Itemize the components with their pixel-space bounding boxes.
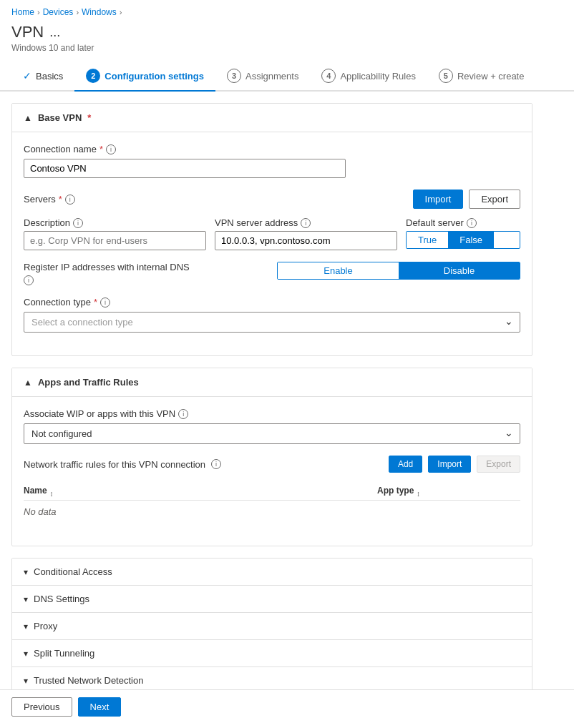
- default-server-true-button[interactable]: True: [407, 232, 448, 248]
- previous-button[interactable]: Previous: [11, 697, 72, 706]
- traffic-table-header: Name ↑↓ App type ↑↓: [24, 481, 520, 501]
- base-vpn-collapse-icon: ▲: [24, 113, 32, 123]
- apps-traffic-title: Apps and Traffic Rules: [38, 377, 139, 388]
- register-ip-label-group: Register IP addresses with internal DNS …: [24, 262, 190, 285]
- base-vpn-required: *: [87, 112, 91, 123]
- page-subtitle: Windows 10 and later: [11, 43, 563, 53]
- vpn-address-info-icon[interactable]: i: [301, 218, 311, 228]
- apps-traffic-header[interactable]: ▲ Apps and Traffic Rules: [12, 368, 532, 397]
- network-traffic-label: Network traffic rules for this VPN conne…: [24, 459, 205, 470]
- collapsed-sections: ▾ Conditional Access ▾ DNS Settings ▾ Pr…: [11, 558, 532, 694]
- base-vpn-title: Base VPN: [38, 112, 82, 123]
- apps-traffic-collapse-icon: ▲: [24, 378, 32, 388]
- default-server-col-label: Default server i: [406, 217, 520, 228]
- register-ip-enable-button[interactable]: Enable: [278, 262, 399, 279]
- tab-configuration[interactable]: 2 Configuration settings: [74, 62, 215, 92]
- default-server-info-icon[interactable]: i: [467, 218, 477, 228]
- base-vpn-body: Connection name * i Servers * i Import E…: [12, 132, 532, 355]
- servers-export-button[interactable]: Export: [469, 190, 520, 209]
- register-ip-toggle: Enable Disable: [277, 262, 520, 280]
- network-traffic-export-button: Export: [477, 456, 520, 473]
- proxy-section[interactable]: ▾ Proxy: [12, 613, 532, 640]
- vpn-address-col-label: VPN server address i: [215, 217, 397, 228]
- network-traffic-row: Network traffic rules for this VPN conne…: [24, 456, 520, 523]
- tab-basics-check: ✓: [23, 70, 31, 82]
- connection-type-select[interactable]: Select a connection type: [24, 312, 520, 333]
- tab-applicability[interactable]: 4 Applicability Rules: [310, 62, 427, 92]
- register-ip-info-icon[interactable]: i: [24, 275, 34, 285]
- dns-settings-section[interactable]: ▾ DNS Settings: [12, 586, 532, 613]
- conditional-access-section[interactable]: ▾ Conditional Access: [12, 559, 532, 586]
- split-tunneling-collapse-icon: ▾: [24, 649, 28, 659]
- base-vpn-header[interactable]: ▲ Base VPN *: [12, 104, 532, 132]
- base-vpn-section: ▲ Base VPN * Connection name * i Servers: [11, 103, 532, 356]
- servers-row: Servers * i Import Export Description i: [24, 190, 520, 250]
- connection-type-row: Connection type * i Select a connection …: [24, 297, 520, 333]
- next-button[interactable]: Next: [78, 697, 122, 706]
- connection-name-required: *: [99, 144, 103, 154]
- tab-applicability-number: 4: [321, 69, 336, 83]
- default-server-false-button[interactable]: False: [448, 232, 494, 248]
- associate-wip-select[interactable]: Not configured: [24, 423, 520, 444]
- connection-type-required: *: [94, 297, 97, 308]
- page-title-dots[interactable]: ...: [49, 25, 60, 40]
- connection-type-info-icon[interactable]: i: [100, 297, 110, 308]
- name-col-header: Name ↑↓: [24, 486, 377, 496]
- breadcrumb-home[interactable]: Home: [11, 7, 34, 17]
- tab-assignments-label: Assignments: [245, 71, 298, 82]
- tab-review-label: Review + create: [457, 71, 525, 82]
- associate-wip-label: Associate WIP or apps with this VPN i: [24, 408, 520, 419]
- traffic-rules-header-row: Network traffic rules for this VPN conne…: [24, 456, 520, 473]
- main-content: ▲ Base VPN * Connection name * i Servers: [0, 92, 544, 706]
- tab-assignments-number: 3: [227, 69, 241, 83]
- description-input[interactable]: [24, 231, 206, 250]
- breadcrumb-sep-1: ›: [37, 8, 40, 16]
- dns-settings-label: DNS Settings: [34, 594, 89, 604]
- associate-wip-row: Associate WIP or apps with this VPN i No…: [24, 408, 520, 444]
- tab-review[interactable]: 5 Review + create: [427, 62, 536, 92]
- servers-label-text: Servers: [24, 194, 56, 205]
- tab-basics[interactable]: ✓ Basics: [11, 63, 74, 90]
- vpn-address-input[interactable]: [215, 231, 397, 250]
- breadcrumb-devices[interactable]: Devices: [43, 7, 74, 17]
- dns-settings-collapse-icon: ▾: [24, 594, 28, 604]
- conditional-access-collapse-icon: ▾: [24, 567, 28, 577]
- app-type-col-header: App type ↑↓: [377, 486, 520, 496]
- proxy-label: Proxy: [34, 621, 57, 631]
- connection-type-label: Connection type * i: [24, 297, 520, 308]
- associate-wip-info-icon[interactable]: i: [178, 409, 188, 419]
- tab-applicability-label: Applicability Rules: [340, 71, 416, 82]
- connection-name-info-icon[interactable]: i: [106, 144, 116, 154]
- network-traffic-info-icon[interactable]: i: [211, 459, 221, 469]
- breadcrumb: Home › Devices › Windows ›: [0, 0, 574, 20]
- description-col: Description i: [24, 217, 206, 250]
- split-tunneling-section[interactable]: ▾ Split Tunneling: [12, 640, 532, 667]
- servers-required: *: [59, 194, 62, 205]
- breadcrumb-sep-3: ›: [120, 8, 122, 16]
- trusted-network-label: Trusted Network Detection: [34, 675, 143, 686]
- vpn-address-col: VPN server address i: [215, 217, 397, 250]
- apps-traffic-body: Associate WIP or apps with this VPN i No…: [12, 397, 532, 546]
- tab-assignments[interactable]: 3 Assignments: [215, 62, 310, 92]
- connection-name-input[interactable]: [24, 159, 346, 178]
- tab-review-number: 5: [439, 69, 453, 83]
- server-columns: Description i VPN server address i: [24, 217, 520, 250]
- default-server-col: Default server i True False: [406, 217, 520, 250]
- conditional-access-label: Conditional Access: [34, 566, 112, 577]
- breadcrumb-windows[interactable]: Windows: [82, 7, 117, 17]
- page-header: VPN ... Windows 10 and later: [0, 20, 574, 62]
- register-ip-disable-button[interactable]: Disable: [399, 262, 520, 279]
- register-ip-label: Register IP addresses with internal DNS: [24, 262, 190, 272]
- tab-configuration-label: Configuration settings: [104, 71, 204, 82]
- network-traffic-add-button[interactable]: Add: [389, 456, 422, 473]
- servers-info-icon[interactable]: i: [65, 195, 75, 205]
- split-tunneling-label: Split Tunneling: [34, 648, 94, 659]
- proxy-collapse-icon: ▾: [24, 621, 28, 631]
- footer: Previous Next: [0, 689, 574, 706]
- description-info-icon[interactable]: i: [73, 218, 83, 228]
- network-traffic-import-button[interactable]: Import: [428, 456, 471, 473]
- register-ip-row: Register IP addresses with internal DNS …: [24, 262, 520, 285]
- connection-name-row: Connection name * i: [24, 144, 520, 178]
- associate-wip-select-wrapper: Not configured: [24, 423, 520, 444]
- servers-import-button[interactable]: Import: [413, 190, 464, 209]
